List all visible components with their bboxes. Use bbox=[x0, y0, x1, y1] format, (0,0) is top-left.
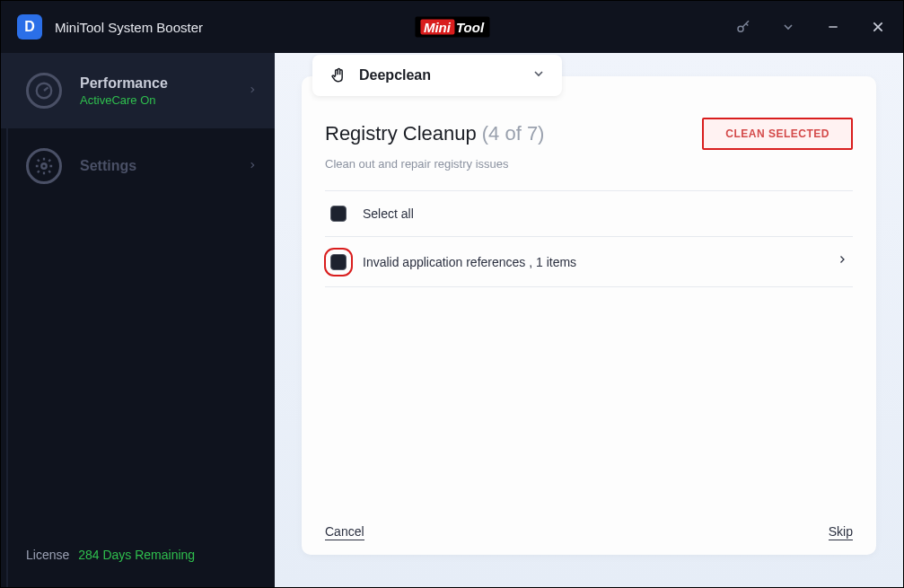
key-icon[interactable] bbox=[734, 18, 752, 36]
select-all-checkbox[interactable] bbox=[330, 206, 347, 222]
titlebar: D MiniTool System Booster Mini Tool bbox=[1, 1, 903, 53]
subtitle: Clean out and repair registry issues bbox=[325, 157, 853, 171]
issue-checkbox[interactable] bbox=[330, 254, 347, 270]
hand-icon bbox=[329, 66, 348, 85]
brand-tool: Tool bbox=[456, 21, 484, 34]
issue-label: Invalid application references , 1 items bbox=[363, 255, 837, 269]
sidebar-item-settings[interactable]: Settings bbox=[1, 128, 275, 204]
nav-label: Performance bbox=[80, 75, 248, 92]
app-window: D MiniTool System Booster Mini Tool bbox=[0, 0, 904, 588]
step-indicator: (4 of 7) bbox=[482, 122, 545, 145]
main-area: Deepclean Registry Cleanup (4 of 7) CLEA… bbox=[275, 53, 903, 587]
content-card: Deepclean Registry Cleanup (4 of 7) CLEA… bbox=[302, 76, 876, 555]
nav-texts: Settings bbox=[80, 158, 248, 174]
window-controls bbox=[734, 18, 887, 36]
app-icon: D bbox=[17, 14, 42, 39]
nav-label: Settings bbox=[80, 158, 248, 174]
gear-icon bbox=[26, 148, 62, 184]
chevron-right-icon[interactable] bbox=[837, 251, 847, 272]
skip-button[interactable]: Skip bbox=[829, 524, 853, 540]
page-title: Registry Cleanup bbox=[325, 122, 477, 145]
divider bbox=[325, 286, 853, 287]
issue-row[interactable]: Invalid application references , 1 items bbox=[325, 237, 853, 286]
license-value: 284 Days Remaining bbox=[78, 548, 195, 562]
nav-texts: Performance ActiveCare On bbox=[80, 75, 248, 107]
clean-selected-button[interactable]: CLEAN SELECTED bbox=[702, 118, 853, 150]
chevron-down-icon[interactable] bbox=[779, 18, 797, 36]
nav-sub: ActiveCare On bbox=[80, 93, 248, 107]
chevron-right-icon bbox=[248, 157, 257, 176]
brand-logo: Mini Tool bbox=[415, 17, 489, 38]
minimize-button[interactable] bbox=[824, 18, 842, 36]
mode-label: Deepclean bbox=[359, 67, 531, 83]
license-label: License bbox=[26, 548, 69, 562]
chevron-down-icon bbox=[531, 66, 546, 84]
svg-point-2 bbox=[41, 163, 47, 169]
app-title: MiniTool System Booster bbox=[55, 20, 203, 35]
sidebar-item-performance[interactable]: Performance ActiveCare On bbox=[1, 53, 275, 128]
svg-point-0 bbox=[738, 26, 743, 31]
gauge-icon bbox=[26, 73, 62, 109]
license-info: License 284 Days Remaining bbox=[1, 533, 275, 587]
brand-mini: Mini bbox=[420, 20, 454, 35]
header-row: Registry Cleanup (4 of 7) CLEAN SELECTED bbox=[325, 118, 853, 150]
cancel-button[interactable]: Cancel bbox=[325, 524, 364, 540]
footer-row: Cancel Skip bbox=[325, 513, 853, 546]
mode-dropdown[interactable]: Deepclean bbox=[312, 55, 562, 96]
close-button[interactable] bbox=[869, 18, 887, 36]
sidebar: Performance ActiveCare On Settings bbox=[1, 53, 275, 587]
chevron-right-icon bbox=[248, 82, 257, 101]
select-all-label: Select all bbox=[363, 206, 414, 221]
select-all-row: Select all bbox=[325, 191, 853, 236]
